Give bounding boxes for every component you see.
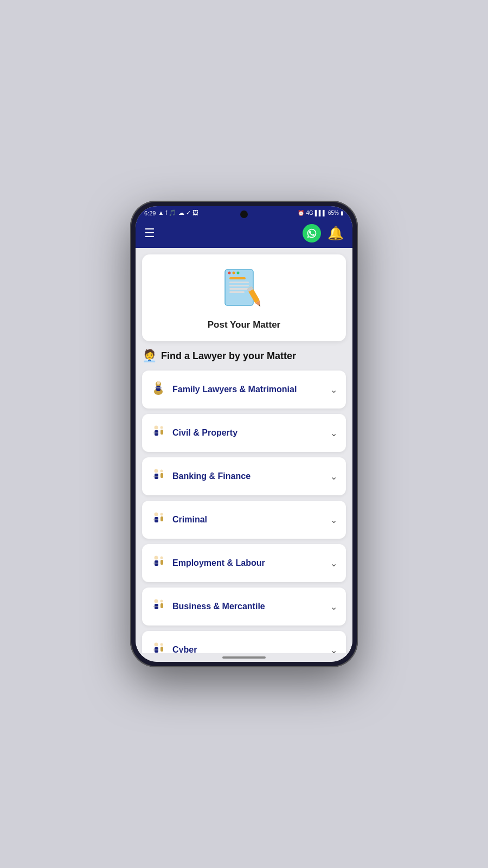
svg-point-7 (233, 272, 235, 275)
category-icon-cyber (151, 641, 166, 653)
notification-icons: ▲ f 🎵 ☁ ✓ 🖼 (158, 209, 198, 216)
svg-point-18 (155, 426, 158, 430)
battery: 65% (328, 210, 339, 216)
chevron-criminal: ⌄ (330, 515, 337, 525)
status-left: 6:29 ▲ f 🎵 ☁ ✓ 🖼 (144, 209, 198, 216)
category-criminal[interactable]: Criminal ⌄ (142, 501, 346, 539)
svg-point-15 (157, 381, 160, 385)
svg-rect-42 (160, 603, 163, 608)
signal-bars: ▌▌▌ (315, 210, 326, 216)
svg-point-26 (160, 470, 163, 473)
scroll-content: Post Your Matter 🧑‍💼 Find a Lawyer by yo… (136, 248, 352, 653)
svg-rect-4 (229, 288, 249, 290)
chevron-business: ⌄ (330, 602, 337, 612)
chevron-civil: ⌄ (330, 428, 337, 438)
svg-point-41 (160, 600, 163, 603)
nav-icons-right: 🔔 (303, 224, 344, 242)
post-matter-label: Post Your Matter (208, 320, 280, 330)
category-label-civil: Civil & Property (172, 428, 237, 438)
menu-button[interactable]: ☰ (144, 226, 155, 240)
signal-label: 4G (306, 210, 313, 216)
svg-rect-0 (225, 270, 253, 305)
category-label-family: Family Lawyers & Matrimonial (172, 385, 297, 394)
category-civil-property[interactable]: Civil & Property ⌄ (142, 414, 346, 452)
svg-rect-1 (229, 277, 246, 279)
svg-point-23 (155, 469, 158, 473)
svg-rect-27 (160, 473, 163, 478)
chevron-family: ⌄ (330, 385, 337, 395)
category-business-mercantile[interactable]: Business & Mercantile ⌄ (142, 588, 346, 626)
find-lawyer-title: Find a Lawyer by your Matter (161, 350, 296, 362)
category-employment-labour[interactable]: Employment & Labour ⌄ (142, 544, 346, 582)
whatsapp-icon (306, 228, 317, 239)
status-right: ⏰ 4G ▌▌▌ 65% ▮ (298, 210, 344, 216)
svg-point-36 (160, 557, 163, 559)
category-family-lawyers[interactable]: Family Lawyers & Matrimonial ⌄ (142, 371, 346, 409)
category-icon-banking (151, 467, 166, 486)
svg-rect-3 (229, 285, 249, 286)
whatsapp-button[interactable] (303, 224, 321, 242)
category-label-banking: Banking & Finance (172, 471, 251, 481)
svg-rect-37 (160, 560, 163, 565)
svg-point-46 (160, 643, 163, 646)
category-icon-civil (151, 424, 166, 442)
svg-point-38 (155, 599, 158, 603)
chevron-cyber: ⌄ (330, 645, 337, 654)
category-icon-family (151, 380, 166, 399)
svg-point-6 (228, 272, 231, 275)
alarm-icon: ⏰ (298, 210, 304, 216)
svg-point-8 (237, 272, 240, 275)
svg-point-31 (160, 513, 163, 516)
post-matter-illustration (220, 265, 268, 314)
svg-rect-32 (160, 516, 163, 521)
chevron-employment: ⌄ (330, 558, 337, 569)
category-cyber[interactable]: Cyber ⌄ (142, 631, 346, 653)
svg-rect-16 (156, 386, 160, 391)
category-icon-business (151, 597, 166, 616)
bottom-bar (136, 653, 352, 662)
find-lawyer-section-header: 🧑‍💼 Find a Lawyer by your Matter (142, 347, 346, 365)
category-banking-finance[interactable]: Banking & Finance ⌄ (142, 457, 346, 495)
nav-bar: ☰ 🔔 (136, 219, 352, 248)
post-matter-card[interactable]: Post Your Matter (142, 254, 346, 341)
category-label-business: Business & Mercantile (172, 602, 265, 611)
svg-point-21 (160, 426, 163, 429)
battery-icon: ▮ (341, 210, 344, 216)
camera-notch (240, 210, 248, 218)
svg-rect-5 (229, 291, 245, 293)
svg-point-28 (155, 513, 158, 516)
category-icon-criminal (151, 510, 166, 529)
home-indicator (222, 656, 266, 659)
svg-rect-2 (229, 282, 249, 283)
category-label-cyber: Cyber (172, 645, 197, 653)
category-icon-employment (151, 554, 166, 572)
category-label-employment: Employment & Labour (172, 558, 265, 568)
svg-point-43 (155, 643, 158, 647)
svg-point-33 (155, 556, 158, 560)
category-label-criminal: Criminal (172, 515, 207, 525)
svg-rect-22 (160, 430, 163, 435)
chevron-banking: ⌄ (330, 471, 337, 482)
svg-rect-47 (160, 647, 163, 652)
bell-button[interactable]: 🔔 (328, 226, 344, 241)
time: 6:29 (144, 210, 156, 216)
find-lawyer-icon: 🧑‍💼 (142, 349, 157, 363)
